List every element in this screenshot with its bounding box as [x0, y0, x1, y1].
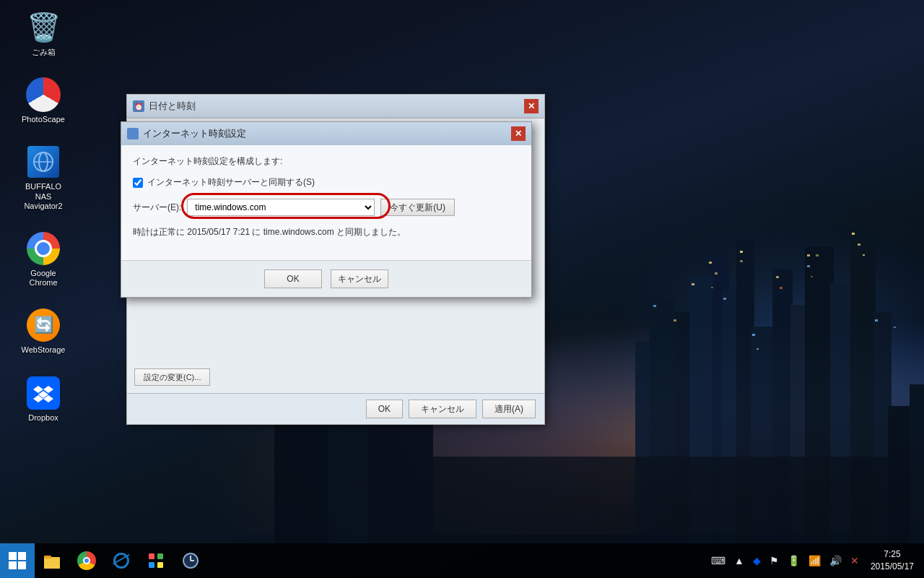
svg-rect-58	[157, 562, 163, 568]
taskbar-chrome[interactable]	[69, 543, 104, 578]
internet-time-titlebar-left: インターネット時刻設定	[127, 127, 246, 140]
datetime-close-button[interactable]: ✕	[524, 99, 539, 113]
chrome-icon	[26, 231, 61, 266]
webstorage-icon: 🔄	[26, 308, 61, 342]
svg-rect-55	[149, 553, 154, 559]
svg-rect-31	[692, 283, 694, 285]
internet-time-title-icon	[127, 128, 139, 139]
server-label-text: サーバー(E):	[133, 202, 181, 214]
svg-rect-17	[715, 272, 718, 275]
svg-rect-56	[157, 553, 163, 559]
datetime-title-icon: ⏰	[133, 100, 144, 112]
svg-rect-40	[328, 413, 372, 543]
desktop: 🗑️ ごみ箱 PhotoScape BUFFALO NAS Naviga	[0, 0, 924, 578]
sync-checkbox[interactable]	[133, 178, 143, 188]
svg-rect-27	[852, 233, 855, 235]
svg-rect-37	[894, 327, 896, 328]
desktop-icon-chrome[interactable]: Google Chrome	[14, 228, 72, 290]
svg-rect-54	[44, 556, 51, 558]
datetime-ok-button[interactable]: OK	[366, 400, 403, 418]
svg-rect-23	[780, 287, 783, 289]
volume-tray-icon[interactable]: 🔊	[827, 553, 845, 568]
desktop-icon-photoscape[interactable]: PhotoScape	[14, 74, 72, 127]
datetime-footer: OK キャンセル 適用(A)	[127, 393, 544, 424]
sync-status-message: 時計は正常に 2015/05/17 7:21 に time.windows.co…	[133, 226, 520, 238]
desktop-icons-container: 🗑️ ごみ箱 PhotoScape BUFFALO NAS Naviga	[14, 7, 72, 426]
trash-icon: 🗑️	[26, 10, 61, 45]
dropbox-icon	[26, 376, 61, 410]
photoscape-label: PhotoScape	[22, 115, 65, 124]
datetime-apply-button[interactable]: 適用(A)	[482, 400, 536, 418]
taskbar-clock-app[interactable]	[173, 543, 208, 578]
trash-label: ごみ箱	[32, 48, 56, 57]
sync-checkbox-row: インターネット時刻サーバーと同期する(S)	[133, 176, 520, 189]
network-tray-icon[interactable]: 📶	[806, 553, 824, 568]
internet-time-ok-button[interactable]: OK	[264, 269, 322, 288]
flag-tray-icon[interactable]: ⚑	[767, 553, 782, 568]
svg-rect-25	[807, 265, 810, 267]
svg-rect-20	[740, 260, 743, 262]
internet-time-footer: OK キャンセル	[121, 260, 531, 297]
svg-rect-18	[723, 298, 726, 300]
svg-rect-26	[816, 254, 819, 256]
update-now-button[interactable]: 今すぐ更新(U)	[380, 199, 455, 216]
ie-icon	[112, 551, 131, 570]
internet-time-description: インターネット時刻設定を構成します:	[133, 155, 520, 168]
svg-rect-35	[811, 276, 813, 277]
internet-time-content: インターネット時刻設定を構成します: インターネット時刻サーバーと同期する(S)…	[121, 145, 531, 260]
taskbar-file-explorer[interactable]	[35, 543, 69, 578]
desktop-icon-buffalo-nas[interactable]: BUFFALO NAS Navigator2	[14, 142, 72, 214]
clock-date: 2015/05/17	[871, 561, 914, 573]
svg-rect-36	[863, 254, 865, 256]
notification-area: ⌨ ▲ ◆ ⚑ 🔋 📶 🔊 ✕ 7:25 2015/05/17	[704, 547, 924, 574]
expand-tray-icon[interactable]: ▲	[731, 553, 747, 568]
svg-rect-57	[149, 562, 154, 568]
app4-icon	[147, 551, 165, 570]
photoscape-icon	[26, 77, 61, 112]
taskbar-app4[interactable]	[139, 543, 173, 578]
datetime-tab-area: 設定の変更(C)...	[127, 364, 544, 393]
desktop-icon-webstorage[interactable]: 🔄 WebStorage	[14, 305, 72, 358]
windows-logo	[9, 552, 26, 569]
datetime-change-settings-button[interactable]: 設定の変更(C)...	[134, 368, 210, 386]
server-row: サーバー(E): time.windows.com 今すぐ更新(U)	[133, 199, 520, 216]
server-select[interactable]: time.windows.com	[187, 199, 375, 216]
dropbox-tray-icon[interactable]: ◆	[750, 553, 764, 568]
internet-time-close-button[interactable]: ✕	[511, 126, 526, 141]
taskbar-ie[interactable]	[104, 543, 139, 578]
buffalo-nas-label: BUFFALO NAS Navigator2	[17, 182, 69, 211]
svg-rect-29	[875, 319, 878, 322]
svg-rect-43	[910, 384, 924, 543]
svg-rect-53	[44, 558, 60, 569]
internet-time-titlebar[interactable]: インターネット時刻設定 ✕	[121, 122, 531, 145]
svg-rect-30	[674, 319, 676, 322]
server-input-wrapper: time.windows.com	[187, 199, 375, 216]
svg-rect-24	[807, 254, 810, 256]
internet-time-dialog: インターネット時刻設定 ✕ インターネット時刻設定を構成します: インターネット…	[121, 121, 532, 298]
datetime-title: 日付と時刻	[149, 100, 196, 113]
datetime-cancel-button[interactable]: キャンセル	[409, 400, 476, 418]
start-button[interactable]	[0, 543, 35, 578]
clock-app-icon	[181, 551, 200, 570]
battery-tray-icon[interactable]: 🔋	[785, 553, 803, 568]
internet-time-cancel-button[interactable]: キャンセル	[331, 269, 388, 288]
system-clock[interactable]: 7:25 2015/05/17	[865, 547, 920, 574]
desktop-icon-dropbox[interactable]: Dropbox	[14, 373, 72, 426]
notification-close-icon[interactable]: ✕	[847, 553, 862, 568]
datetime-titlebar-left: ⏰ 日付と時刻	[133, 100, 196, 113]
desktop-icon-trash[interactable]: 🗑️ ごみ箱	[14, 7, 72, 60]
svg-rect-16	[709, 262, 712, 264]
keyboard-tray-icon[interactable]: ⌨	[708, 553, 728, 568]
svg-rect-28	[858, 243, 860, 246]
svg-rect-22	[776, 276, 779, 278]
internet-time-title: インターネット時刻設定	[143, 127, 246, 140]
sync-checkbox-label: インターネット時刻サーバーと同期する(S)	[147, 176, 315, 189]
svg-rect-33	[711, 287, 713, 288]
svg-rect-34	[757, 348, 759, 350]
taskbar: ⌨ ▲ ◆ ⚑ 🔋 📶 🔊 ✕ 7:25 2015/05/17	[0, 543, 924, 578]
chrome-taskbar-icon	[77, 551, 96, 570]
clock-time: 7:25	[871, 548, 914, 561]
file-explorer-icon	[43, 551, 61, 570]
datetime-titlebar[interactable]: ⏰ 日付と時刻 ✕	[127, 95, 544, 118]
webstorage-label: WebStorage	[22, 345, 66, 355]
